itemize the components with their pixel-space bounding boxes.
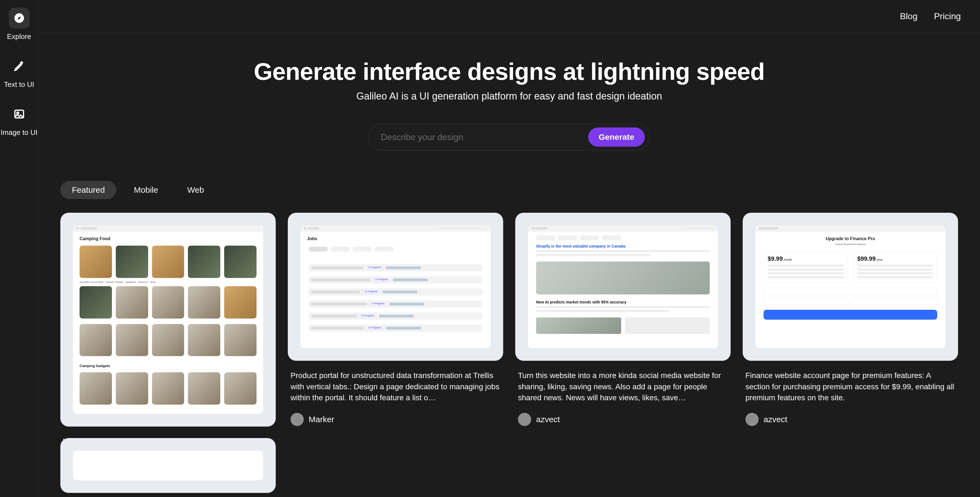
author-name: Marker <box>309 415 334 424</box>
design-thumbnail: Shopify is the most valuable company in … <box>515 213 730 361</box>
sidebar-item-label: Image to UI <box>0 128 37 137</box>
sidebar: Explore Text to UI Image to UI <box>0 0 38 497</box>
generate-button[interactable]: Generate <box>588 127 645 147</box>
author-name: azvect <box>536 415 560 424</box>
design-card[interactable]: Jobs In Progress In Progress In Progress… <box>288 213 503 492</box>
avatar <box>291 413 304 426</box>
card-description: Product portal for unstructured data tra… <box>291 370 500 403</box>
svg-point-1 <box>17 112 19 114</box>
card-body: Finance website account page for premium… <box>743 361 958 426</box>
hero-subtitle: Galileo AI is a UI generation platform f… <box>38 91 980 102</box>
tabs: Featured Mobile Web <box>38 181 980 199</box>
image-icon <box>9 104 30 124</box>
design-card[interactable]: Shopify is the most valuable company in … <box>515 213 730 492</box>
nav-link-blog[interactable]: Blog <box>900 11 918 21</box>
card-author-row: azvect <box>518 413 728 426</box>
card-description: Turn this website into a more kinda soci… <box>518 370 728 403</box>
card-body: Product portal for unstructured data tra… <box>288 361 503 426</box>
design-thumbnail: Jobs In Progress In Progress In Progress… <box>288 213 503 361</box>
design-thumbnail: Camping Food Mountain House Beef · Chick… <box>60 213 276 427</box>
hero-title: Generate interface designs at lightning … <box>38 57 980 86</box>
sidebar-item-label: Explore <box>7 32 31 41</box>
compass-icon <box>9 8 30 29</box>
card-author-row: azvect <box>745 413 955 426</box>
main-content: Generate interface designs at lightning … <box>38 33 980 497</box>
design-thumbnail <box>60 438 276 493</box>
nav-link-pricing[interactable]: Pricing <box>934 11 961 21</box>
sidebar-item-explore[interactable]: Explore <box>0 8 38 41</box>
top-nav: Blog Pricing <box>38 0 980 33</box>
author-name: azvect <box>764 415 788 424</box>
sidebar-item-text-to-ui[interactable]: Text to UI <box>0 56 38 89</box>
design-card[interactable]: Upgrade to Finance Pro Unlock all premiu… <box>743 213 958 492</box>
sidebar-item-image-to-ui[interactable]: Image to UI <box>0 104 38 137</box>
sidebar-item-label: Text to UI <box>4 80 34 89</box>
tab-mobile[interactable]: Mobile <box>123 181 170 199</box>
card-description: Finance website account page for premium… <box>745 370 955 403</box>
design-grid: Camping Food Mountain House Beef · Chick… <box>38 199 980 497</box>
tab-web[interactable]: Web <box>176 181 215 199</box>
prompt-bar: Generate <box>368 123 651 151</box>
card-author-row: Marker <box>291 413 500 426</box>
avatar <box>518 413 531 426</box>
tab-featured[interactable]: Featured <box>60 181 116 199</box>
avatar <box>745 413 759 426</box>
pencil-icon <box>9 56 30 76</box>
card-body: Turn this website into a more kinda soci… <box>515 361 730 426</box>
design-card[interactable] <box>60 438 276 497</box>
hero-section: Generate interface designs at lightning … <box>38 33 980 102</box>
prompt-input[interactable] <box>380 132 588 143</box>
design-thumbnail: Upgrade to Finance Pro Unlock all premiu… <box>743 213 958 361</box>
